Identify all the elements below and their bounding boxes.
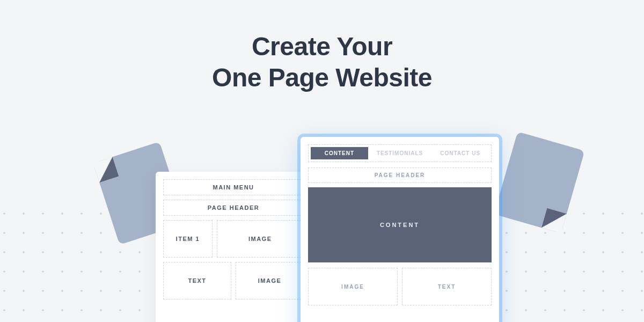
wireframe-mockup-front: CONTENT TESTIMONIALS CONTACT US PAGE HEA… [301,137,499,322]
heading-line-1: Create Your [252,32,392,61]
file-icon [494,131,584,233]
heading-line-2: One Page Website [212,63,432,92]
image-block: IMAGE [236,262,304,299]
content-block: CONTENT [308,187,492,262]
text-block: TEXT [163,262,231,299]
dot-grid-left [0,204,166,322]
dot-grid-right [478,204,644,322]
item-block: ITEM 1 [163,220,213,258]
page-heading: Create Your One Page Website [212,31,432,93]
page-header-block: PAGE HEADER [308,167,492,183]
text-block: TEXT [402,268,492,305]
wireframe-mockup-back: MAIN MENU PAGE HEADER ITEM 1 IMAGE TEXT … [156,172,311,322]
image-block: IMAGE [308,268,398,305]
tabs-row: CONTENT TESTIMONIALS CONTACT US [308,144,492,162]
tab-testimonials[interactable]: TESTIMONIALS [371,147,429,159]
image-block: IMAGE [217,220,304,258]
main-menu-block: MAIN MENU [163,179,304,195]
tab-contact[interactable]: CONTACT US [431,147,489,159]
tab-content[interactable]: CONTENT [311,147,368,159]
page-header-block: PAGE HEADER [163,200,304,216]
